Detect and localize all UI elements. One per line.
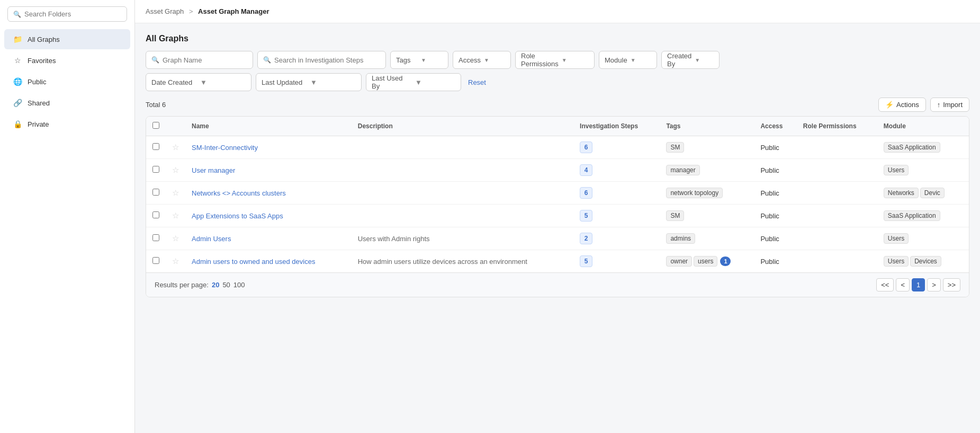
row-name: App Extensions to SaaS Apps <box>185 205 352 227</box>
investigation-steps-input[interactable] <box>274 56 380 64</box>
filters-row1: 🔍 🔍 Tags ▼ Access ▼ Role Permissions ▼ M… <box>146 51 969 69</box>
row-investigation-steps[interactable]: 6 <box>573 182 660 205</box>
lightning-icon: ⚡ <box>885 101 894 109</box>
favorite-star[interactable]: ☆ <box>172 165 179 175</box>
select-all-checkbox[interactable] <box>152 122 159 129</box>
module-tag-item: Users <box>884 233 909 244</box>
actions-button[interactable]: ⚡ Actions <box>878 98 926 112</box>
pagination-prev[interactable]: < <box>896 278 910 291</box>
chevron-down-icon: ▼ <box>631 57 651 63</box>
per-page-50[interactable]: 50 <box>222 281 230 289</box>
last-used-by-label: Last Used By <box>372 74 412 90</box>
investigation-steps-filter[interactable]: 🔍 <box>257 51 386 69</box>
pagination-first[interactable]: << <box>876 278 894 291</box>
row-investigation-steps[interactable]: 2 <box>573 227 660 250</box>
row-checkbox[interactable] <box>152 143 159 150</box>
results-per-page-label: Results per page: <box>155 281 209 289</box>
search-folders-input[interactable] <box>24 10 121 18</box>
investigation-steps-badge[interactable]: 5 <box>580 210 592 222</box>
per-page-100[interactable]: 100 <box>233 281 245 289</box>
row-investigation-steps[interactable]: 4 <box>573 159 660 182</box>
actions-label: Actions <box>896 101 919 109</box>
row-description: Users with Admin rights <box>352 227 573 250</box>
graph-name-filter[interactable]: 🔍 <box>146 51 253 69</box>
sidebar-item-favorites[interactable]: ☆ Favorites <box>4 50 130 70</box>
pagination-current[interactable]: 1 <box>912 278 925 291</box>
sidebar-label-all-graphs: All Graphs <box>28 36 60 43</box>
table-row: ☆Admin UsersUsers with Admin rights2admi… <box>146 227 969 250</box>
sidebar-search-area: 🔍 <box>0 0 134 28</box>
created-by-label: Created By <box>667 52 691 68</box>
sidebar-item-private[interactable]: 🔒 Private <box>4 114 130 134</box>
investigation-steps-badge[interactable]: 6 <box>580 187 592 199</box>
tag-item: network topology <box>666 188 723 198</box>
chevron-down-icon: ▼ <box>310 78 356 86</box>
investigation-steps-badge[interactable]: 4 <box>580 164 592 176</box>
tags-filter[interactable]: Tags ▼ <box>390 51 448 69</box>
row-checkbox[interactable] <box>152 257 159 264</box>
favorite-star[interactable]: ☆ <box>172 143 179 152</box>
row-modules: SaaS Application <box>877 136 969 159</box>
investigation-steps-badge[interactable]: 2 <box>580 233 592 244</box>
pagination-last[interactable]: >> <box>943 278 960 291</box>
module-col-header: Module <box>877 117 969 136</box>
date-created-filter[interactable]: Date Created ▼ <box>146 73 251 91</box>
investigation-steps-badge[interactable]: 6 <box>580 142 592 153</box>
breadcrumb-current: Asset Graph Manager <box>198 7 269 15</box>
row-access: Public <box>754 205 796 227</box>
per-page-20[interactable]: 20 <box>212 281 219 289</box>
access-label: Access <box>458 56 481 64</box>
row-checkbox[interactable] <box>152 189 159 196</box>
module-tag-item: Networks <box>884 188 919 198</box>
role-permissions-filter[interactable]: Role Permissions ▼ <box>515 51 595 69</box>
row-description <box>352 205 573 227</box>
favorite-star[interactable]: ☆ <box>172 257 179 266</box>
upload-icon: ↑ <box>937 101 941 109</box>
row-checkbox[interactable] <box>152 211 159 218</box>
row-investigation-steps[interactable]: 5 <box>573 205 660 227</box>
table-row: ☆User manager4managerPublicUsers <box>146 159 969 182</box>
row-checkbox[interactable] <box>152 234 159 241</box>
table-row: ☆Networks <> Accounts clusters6network t… <box>146 182 969 205</box>
favorite-star[interactable]: ☆ <box>172 234 179 243</box>
module-filter[interactable]: Module ▼ <box>599 51 657 69</box>
investigation-steps-badge[interactable]: 5 <box>580 255 592 267</box>
role-permissions-col-header: Role Permissions <box>797 117 877 136</box>
pagination-next[interactable]: > <box>927 278 941 291</box>
search-icon: 🔍 <box>13 11 21 18</box>
favorite-col-header <box>166 117 185 136</box>
row-modules: UsersDevices <box>877 250 969 273</box>
investigation-steps-col-header: Investigation Steps <box>573 117 660 136</box>
row-role-permissions <box>797 182 877 205</box>
access-filter[interactable]: Access ▼ <box>453 51 511 69</box>
tags-extra-badge: 1 <box>720 257 731 266</box>
chevron-down-icon: ▼ <box>421 57 443 63</box>
favorite-star[interactable]: ☆ <box>172 188 179 198</box>
search-folders-box[interactable]: 🔍 <box>7 6 127 22</box>
sidebar-item-all-graphs[interactable]: 📁 All Graphs <box>4 29 130 49</box>
data-table: Name Description Investigation Steps Tag… <box>146 117 969 272</box>
header-actions: ⚡ Actions ↑ Import <box>878 98 969 112</box>
sidebar-item-shared[interactable]: 🔗 Shared <box>4 93 130 113</box>
row-tags: SM <box>660 205 754 227</box>
sidebar-label-public: Public <box>28 78 46 86</box>
chevron-down-icon: ▼ <box>484 57 505 63</box>
sidebar-item-public[interactable]: 🌐 Public <box>4 72 130 92</box>
last-updated-filter[interactable]: Last Updated ▼ <box>256 73 362 91</box>
row-investigation-steps[interactable]: 5 <box>573 250 660 273</box>
globe-icon: 🌐 <box>13 77 22 86</box>
row-name: Admin users to owned and used devices <box>185 250 352 273</box>
last-used-by-filter[interactable]: Last Used By ▼ <box>366 73 461 91</box>
row-tags: SM <box>660 136 754 159</box>
reset-link[interactable]: Reset <box>465 76 489 89</box>
table-header: Name Description Investigation Steps Tag… <box>146 117 969 136</box>
module-tag-item: Users <box>884 256 909 267</box>
import-button[interactable]: ↑ Import <box>930 98 969 112</box>
star-icon: ☆ <box>13 56 22 65</box>
favorite-star[interactable]: ☆ <box>172 211 179 220</box>
graph-name-input[interactable] <box>163 56 247 64</box>
created-by-filter[interactable]: Created By ▼ <box>661 51 720 69</box>
row-checkbox[interactable] <box>152 166 159 173</box>
tag-item: admins <box>666 233 695 244</box>
row-investigation-steps[interactable]: 6 <box>573 136 660 159</box>
